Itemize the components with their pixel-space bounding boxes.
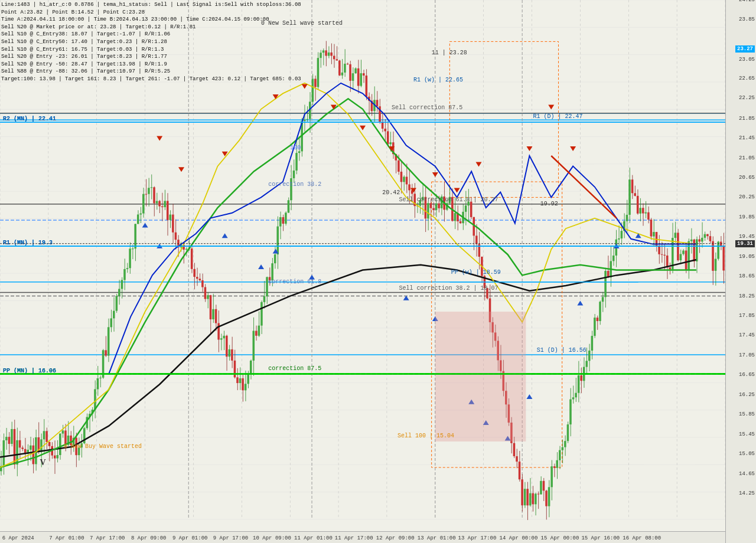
price-axis-label: 14.25: [739, 490, 755, 496]
info-panel: Line:1483 | h1_atr_c:0 0.8786 | tema_h1_…: [1, 1, 301, 83]
time-axis-label: 13 Apr 01:00: [418, 535, 456, 541]
time-axis-label: 9 Apr 17:00: [213, 535, 248, 541]
time-axis-label: 16 Apr 08:00: [623, 535, 661, 541]
price-axis-label: 19.05: [739, 254, 755, 260]
info-line: Sell %88 @ Entry -88: 32.06 | Target:10.…: [1, 68, 301, 76]
time-axis-label: 15 Apr 00:00: [541, 535, 579, 541]
time-axis-label: 7 Apr 01:00: [49, 535, 84, 541]
price-axis-label: 21.45: [739, 135, 755, 141]
time-axis-label: 11 Apr 17:00: [335, 535, 373, 541]
info-line: Sell %20 @ Entry -50: 28.47 | Target:13.…: [1, 61, 301, 68]
price-axis-label: 16.25: [739, 392, 755, 398]
price-axis-label: 20.25: [739, 194, 755, 200]
time-axis-label: 12 Apr 09:00: [376, 535, 415, 541]
info-line: Line:1483 | h1_atr_c:0 0.8786 | tema_h1_…: [1, 1, 301, 9]
price-axis-label: 18.25: [739, 293, 755, 299]
price-axis-label: 23.05: [739, 57, 755, 63]
price-axis-label: 23.85: [739, 17, 755, 22]
info-line: Sell %20 @ Market price or at: 23.28 | T…: [1, 24, 301, 31]
price-axis-label: 15.45: [739, 431, 755, 437]
info-line: Sell %10 @ C_Entry50: 17.40 | Target:0.2…: [1, 38, 301, 46]
time-axis-label: 8 Apr 09:00: [131, 535, 166, 541]
price-axis-label: 24.25: [739, 0, 755, 3]
info-line: Sell %20 @ Entry -23: 26.01 | Target:8.2…: [1, 53, 301, 61]
price-axis-label: 14.65: [739, 471, 755, 477]
time-axis-label: 6 Apr 2024: [2, 535, 34, 541]
price-axis-label: 17.45: [739, 332, 755, 338]
price-axis-label: 17.85: [739, 313, 755, 319]
time-axis-label: 15 Apr 16:00: [581, 535, 620, 541]
price-axis-label: 19.31: [735, 240, 755, 247]
price-axis-label: 15.85: [739, 411, 755, 417]
info-line: Point A:23.82 | Point B:14.52 | Point C:…: [1, 9, 301, 17]
info-line: Sell %10 @ C_Entry61: 16.75 | Target:0.0…: [1, 46, 301, 54]
price-axis-label: 22.25: [739, 95, 755, 101]
time-axis-label: 9 Apr 01:00: [172, 535, 207, 541]
price-axis-label: 21.05: [739, 155, 755, 161]
time-axis: 6 Apr 20247 Apr 01:007 Apr 17:008 Apr 09…: [0, 531, 725, 543]
time-axis-label: 11 Apr 01:00: [294, 535, 333, 541]
chart-container: Line:1483 | h1_atr_c:0 0.8786 | tema_h1_…: [0, 0, 756, 543]
price-axis-label: 20.65: [739, 175, 755, 181]
price-axis-label: 22.65: [739, 76, 755, 81]
info-line: Target:100: 13.98 | Target 161: 8.23 | T…: [1, 76, 301, 83]
price-axis-label: 23.27: [735, 45, 755, 53]
price-axis-label: 16.65: [739, 372, 755, 378]
info-line: Sell %10 @ C_Entry38: 18.07 | Target:-1.…: [1, 31, 301, 38]
price-axis-label: 19.85: [739, 214, 755, 220]
time-axis-label: 10 Apr 09:00: [253, 535, 291, 541]
time-axis-label: 13 Apr 17:00: [458, 535, 497, 541]
time-axis-label: 7 Apr 17:00: [90, 535, 125, 541]
price-axis-label: 17.05: [739, 352, 755, 358]
price-axis-label: 15.05: [739, 451, 755, 457]
price-axis-label: 21.85: [739, 116, 755, 122]
price-axis: 24.2523.8523.2723.0522.6522.2521.8521.45…: [725, 0, 756, 543]
time-axis-label: 14 Apr 00:00: [500, 535, 538, 541]
info-line: Time A:2024.04.11 18:00:00 | Time B:2024…: [1, 16, 301, 24]
price-axis-label: 18.65: [739, 273, 755, 279]
price-axis-label: 19.45: [739, 234, 755, 240]
